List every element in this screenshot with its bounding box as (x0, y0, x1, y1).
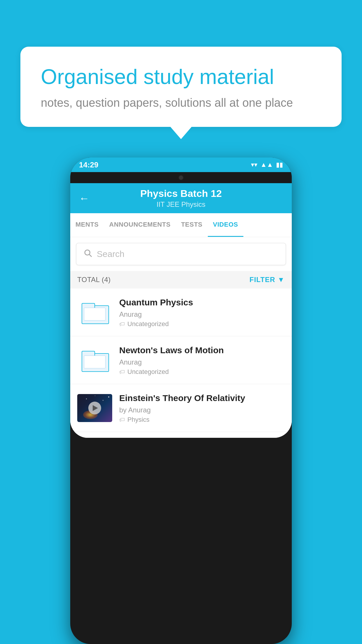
play-button[interactable] (88, 402, 101, 414)
search-icon (83, 249, 92, 260)
phone-screen: ← Physics Batch 12 IIT JEE Physics MENTS… (70, 183, 292, 438)
tag-label: Uncategorized (127, 368, 169, 376)
phone-wrapper: 14:29 ▾▾ ▲▲ ▮▮ ← Physics Batch 12 IIT JE… (20, 158, 342, 644)
svg-line-1 (89, 255, 92, 257)
folder-icon (82, 302, 108, 323)
tab-tests[interactable]: TESTS (176, 213, 208, 237)
phone-top: 14:29 ▾▾ ▲▲ ▮▮ (70, 158, 292, 183)
header-subtitle: IIT JEE Physics (95, 200, 267, 209)
video-author: Anurag (119, 358, 285, 366)
tab-announcements[interactable]: ANNOUNCEMENTS (104, 213, 176, 237)
search-placeholder: Search (97, 249, 124, 259)
header-center: Physics Batch 12 IIT JEE Physics (95, 188, 267, 209)
header-title: Physics Batch 12 (95, 188, 267, 199)
status-icons: ▾▾ ▲▲ ▮▮ (251, 161, 283, 169)
tab-ments[interactable]: MENTS (70, 213, 104, 237)
speech-bubble: Organised study material notes, question… (20, 47, 342, 127)
filter-row: TOTAL (4) FILTER ▼ (70, 271, 292, 288)
bubble-subtitle: notes, question papers, solutions all at… (41, 96, 321, 109)
video-title: Quantum Physics (119, 297, 285, 308)
folder-inner (84, 356, 106, 368)
tab-videos[interactable]: VIDEOS (208, 213, 243, 237)
video-info: Quantum Physics Anurag 🏷 Uncategorized (119, 297, 285, 328)
play-triangle-icon (93, 405, 98, 411)
phone-bottom (70, 432, 292, 438)
video-tag: 🏷 Uncategorized (119, 320, 285, 328)
filter-button[interactable]: FILTER ▼ (249, 276, 285, 284)
video-info: Newton's Laws of Motion Anurag 🏷 Uncateg… (119, 344, 285, 376)
status-bar: 14:29 ▾▾ ▲▲ ▮▮ (70, 158, 292, 172)
video-title: Newton's Laws of Motion (119, 344, 285, 356)
signal-icon: ▲▲ (260, 161, 273, 169)
tag-label: Uncategorized (127, 320, 169, 328)
filter-label: FILTER (249, 276, 275, 284)
battery-icon: ▮▮ (276, 161, 283, 169)
list-item[interactable]: Einstein's Theory Of Relativity by Anura… (70, 384, 292, 432)
video-author: Anurag (119, 310, 285, 318)
tag-label: Physics (127, 416, 150, 424)
video-info: Einstein's Theory Of Relativity by Anura… (119, 392, 285, 424)
status-time: 14:29 (79, 160, 99, 169)
speech-bubble-container: Organised study material notes, question… (20, 47, 342, 127)
video-tag: 🏷 Physics (119, 416, 285, 424)
bubble-title: Organised study material (41, 64, 321, 89)
video-author: by Anurag (119, 406, 285, 414)
folder-inner (84, 308, 106, 321)
tag-icon: 🏷 (119, 416, 125, 423)
video-title: Einstein's Theory Of Relativity (119, 392, 285, 404)
video-tag: 🏷 Uncategorized (119, 368, 285, 376)
wifi-icon: ▾▾ (251, 161, 257, 169)
notch (164, 172, 198, 183)
list-item[interactable]: Quantum Physics Anurag 🏷 Uncategorized (70, 288, 292, 336)
app-header: ← Physics Batch 12 IIT JEE Physics (70, 183, 292, 213)
camera-dot (178, 175, 184, 180)
folder-icon (82, 350, 108, 371)
tag-icon: 🏷 (119, 321, 125, 328)
filter-icon: ▼ (277, 276, 285, 284)
search-bar[interactable]: Search (76, 243, 286, 265)
video-list: Quantum Physics Anurag 🏷 Uncategorized (70, 288, 292, 432)
folder-icon-container (77, 298, 112, 326)
tag-icon: 🏷 (119, 369, 125, 375)
folder-icon-container (77, 346, 112, 374)
list-item[interactable]: Newton's Laws of Motion Anurag 🏷 Uncateg… (70, 336, 292, 384)
back-button[interactable]: ← (79, 192, 89, 204)
video-thumbnail (77, 394, 112, 422)
tabs-bar: MENTS ANNOUNCEMENTS TESTS VIDEOS (70, 213, 292, 237)
total-label: TOTAL (4) (77, 276, 111, 284)
phone: 14:29 ▾▾ ▲▲ ▮▮ ← Physics Batch 12 IIT JE… (70, 158, 292, 644)
